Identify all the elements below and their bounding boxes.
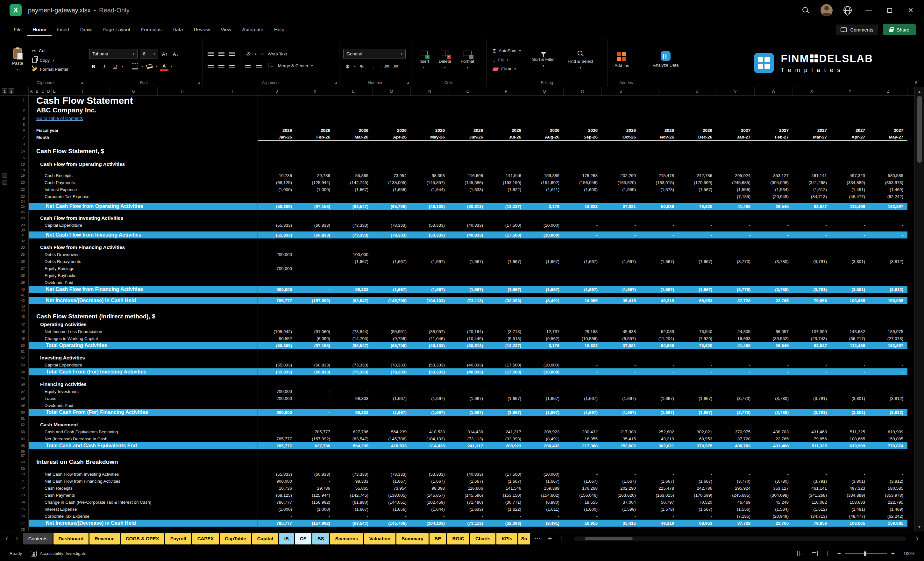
row-header-57[interactable]: 57 — [0, 388, 28, 395]
cell-R48[interactable]: 29,188 — [564, 328, 602, 335]
cell-Z65[interactable]: 779,074 — [869, 442, 908, 449]
bold-button[interactable]: B — [89, 62, 98, 70]
cell-X35[interactable]: - — [793, 251, 831, 258]
cell-X54[interactable]: - — [793, 368, 831, 375]
cell-W57[interactable]: - — [754, 388, 793, 395]
format-cells-button[interactable]: Format▾ — [458, 50, 478, 70]
cell-J71[interactable]: 900,000 — [258, 478, 296, 484]
cell-W70[interactable]: - — [754, 471, 793, 478]
cell-Q72[interactable]: 159,389 — [525, 484, 564, 492]
cell-J63[interactable]: - — [258, 428, 296, 435]
cell-V7[interactable]: Jan-27 — [716, 134, 754, 141]
cell-J6[interactable]: 2026 — [258, 127, 296, 134]
cell-X75[interactable]: (1,512) — [793, 506, 831, 513]
cell-Q36[interactable]: (1,667) — [525, 258, 564, 265]
cell-U38[interactable]: - — [678, 272, 716, 279]
cell-U31[interactable]: - — [678, 231, 716, 238]
row-label-cell[interactable]: Fiscal year — [28, 127, 258, 134]
cell-S59[interactable]: - — [602, 402, 640, 409]
cell-W73[interactable]: (304,098) — [754, 492, 793, 499]
cell-Q65[interactable]: 200,432 — [525, 442, 564, 449]
cell-W64[interactable]: 22,765 — [754, 435, 793, 442]
cell-W40[interactable]: (3,780) — [754, 286, 793, 293]
cell-Y53[interactable]: - — [831, 362, 869, 368]
cell-U50[interactable]: 70,620 — [678, 342, 716, 349]
row-label-cell[interactable]: ABC Company Inc. — [28, 106, 258, 115]
row-label-cell[interactable]: Total Operating Activities — [28, 342, 258, 349]
col-header-E[interactable]: E — [52, 87, 57, 95]
cell-T37[interactable]: - — [640, 265, 678, 272]
cell-S60[interactable]: (1,667) — [602, 409, 640, 416]
cell-N64[interactable]: (104,103) — [411, 435, 449, 442]
cell-X57[interactable]: - — [793, 388, 831, 395]
cell-S58[interactable]: (1,667) — [602, 395, 640, 402]
col-header-L[interactable]: L — [334, 87, 372, 95]
increase-font-button[interactable]: A↑ — [160, 50, 169, 58]
cell-Q25[interactable]: 3,176 — [525, 203, 564, 210]
cell-R53[interactable]: - — [564, 362, 602, 368]
row-label-cell[interactable]: Equity Investment — [28, 388, 258, 395]
row-label-cell[interactable]: Debts Repayments — [28, 258, 258, 265]
row-header-13[interactable]: 13 — [0, 141, 28, 147]
cell-N48[interactable]: (38,057) — [411, 328, 449, 335]
cell-I65[interactable]: - — [252, 444, 258, 448]
cell-N22[interactable]: (1,644) — [411, 186, 449, 193]
cell-T20[interactable]: (163,015) — [640, 179, 678, 186]
cell-Q23[interactable]: - — [525, 193, 564, 200]
cell-S23[interactable]: - — [602, 193, 640, 200]
cell-S53[interactable]: - — [602, 362, 640, 368]
cell-Y59[interactable]: - — [831, 402, 869, 409]
cell-X73[interactable]: (341,268) — [793, 492, 831, 499]
cell-R19[interactable]: 176,268 — [564, 172, 602, 179]
cell-W7[interactable]: Feb-27 — [754, 134, 793, 141]
cell-N39[interactable]: - — [411, 279, 449, 286]
cell-L73[interactable]: (142,745) — [334, 492, 372, 499]
cell-L42[interactable]: (63,547) — [334, 297, 372, 304]
italic-button[interactable]: I — [100, 62, 109, 70]
cell-P20[interactable]: (153,150) — [487, 179, 525, 186]
cell-M42[interactable]: (145,706) — [372, 297, 411, 304]
cell-Y74[interactable]: 158,633 — [831, 499, 869, 506]
cell-N58[interactable]: (1,667) — [411, 395, 449, 402]
cell-S73[interactable]: (163,620) — [602, 492, 640, 499]
row-label-cell[interactable]: Total Cash and Cash Equivalents End- — [28, 442, 258, 449]
cell-L71[interactable]: 98,333 — [334, 478, 372, 484]
cell-R35[interactable]: - — [564, 251, 602, 258]
cell-Z38[interactable]: - — [869, 272, 908, 279]
cell-J7[interactable]: Jan-26 — [258, 134, 296, 141]
cell-M48[interactable]: (55,951) — [372, 328, 411, 335]
cell-U39[interactable]: - — [678, 279, 716, 286]
cell-L39[interactable]: - — [334, 279, 372, 286]
row-header-61[interactable]: 61 — [0, 416, 28, 421]
cell-V40[interactable]: (3,770) — [716, 286, 754, 293]
cell-L60[interactable]: 98,333 — [334, 409, 372, 416]
cell-V29[interactable]: - — [716, 222, 754, 229]
cell-Y63[interactable]: 511,325 — [831, 428, 869, 435]
cell-L54[interactable]: (73,333) — [334, 368, 372, 375]
cell-V22[interactable]: (1,556) — [716, 186, 754, 193]
cell-P60[interactable]: (1,667) — [487, 409, 525, 416]
cell-N36[interactable]: (1,667) — [411, 258, 449, 265]
row-label-cell[interactable]: Operating Activities — [28, 321, 258, 328]
align-top-button[interactable] — [206, 50, 215, 58]
row-label-cell[interactable] — [28, 122, 258, 127]
cell-X53[interactable]: - — [793, 362, 831, 368]
cell-Y49[interactable]: (36,217) — [831, 335, 869, 342]
cell-U53[interactable]: - — [678, 362, 716, 368]
col-header-W[interactable]: W — [754, 87, 793, 95]
cell-M72[interactable]: 73,954 — [372, 484, 411, 492]
row-header-22[interactable]: 22 — [0, 186, 28, 193]
vertical-scrollbar-thumb[interactable] — [917, 96, 922, 163]
cell-X76[interactable]: (34,713) — [793, 513, 831, 520]
row-header-26[interactable]: 26 — [0, 210, 28, 214]
accounting-format-button[interactable]: $ — [343, 62, 352, 70]
cell-P36[interactable]: (1,667) — [487, 258, 525, 265]
row-label-cell[interactable]: Cash Receipts — [28, 484, 258, 492]
cell-K6[interactable]: 2026 — [296, 127, 334, 134]
row-label-cell[interactable] — [28, 141, 258, 147]
cell-Z50[interactable]: 162,897 — [869, 342, 908, 349]
cell-Q64[interactable]: (8,491) — [525, 435, 564, 442]
cell-W6[interactable]: 2027 — [754, 127, 793, 134]
row-label-cell[interactable]: Net Increase/(Decrease) in Cash Held — [28, 297, 258, 304]
row-label-cell[interactable]: Equity Buybacks — [28, 272, 258, 279]
